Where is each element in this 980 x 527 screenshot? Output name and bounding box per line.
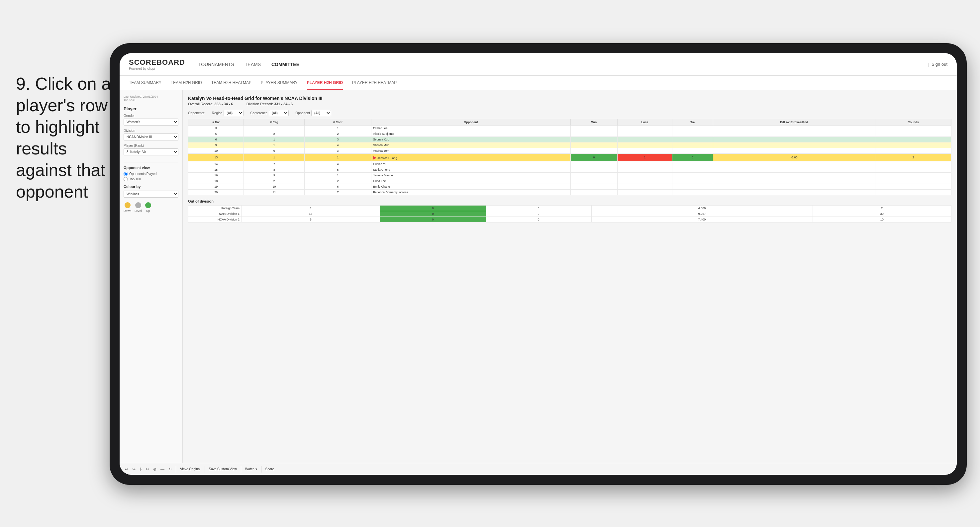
table-row[interactable]: 20117 Federica Domecq Lacroze	[188, 190, 951, 195]
col-win: Win	[570, 119, 617, 125]
dot-level	[135, 202, 141, 208]
content-records: Overall Record: 353 - 34 - 6 Division Re…	[188, 102, 951, 106]
table-row[interactable]: 1691 Jessica Mason	[188, 173, 951, 178]
instruction-text: 9. Click on a player's row to highlight …	[16, 73, 112, 203]
sidebar-gender-select[interactable]: Women's	[124, 119, 178, 125]
table-row[interactable]: 613 Sydney Kuo	[188, 137, 951, 143]
nav-items: TOURNAMENTS TEAMS COMMITTEE	[198, 60, 928, 68]
main-content: Last Updated: 27/03/2024 16:55:38 Player…	[119, 90, 957, 463]
table-row[interactable]: 1822 Euna Lee	[188, 178, 951, 184]
sidebar-colour-by-title: Colour by	[124, 185, 178, 189]
sidebar-gender-label: Gender	[124, 114, 178, 117]
col-reg: # Reg	[244, 119, 305, 125]
sign-out-link[interactable]: Sign out	[932, 62, 947, 67]
sidebar-player-title: Player	[124, 106, 178, 111]
add-icon[interactable]: ⊕	[153, 467, 156, 471]
sidebar-player-rank-label: Player (Rank)	[124, 144, 178, 148]
table-row[interactable]: 1474 Eunice Yi	[188, 161, 951, 167]
col-diff: Diff Av Strokes/Rnd	[713, 119, 875, 125]
top-nav: SCOREBOARD Powered by clippi TOURNAMENTS…	[119, 53, 957, 76]
table-row[interactable]: 1063 Andrea York	[188, 148, 951, 154]
col-tie: Tie	[672, 119, 713, 125]
sub-nav: TEAM SUMMARY TEAM H2H GRID TEAM H2H HEAT…	[119, 76, 957, 90]
table-row-jessica-huang[interactable]: 1311 ▶ Jessica Huang 0 1 0 -3.00 2	[188, 154, 951, 161]
subnav-team-h2h-grid[interactable]: TEAM H2H GRID	[171, 76, 202, 90]
view-original-btn[interactable]: View: Original	[180, 467, 200, 471]
h2h-table: # Div # Reg # Conf Opponent Win Loss Tie…	[188, 119, 951, 195]
table-row[interactable]: NAIA Division 1 15 0 0 9.267 30	[188, 211, 951, 217]
subnav-player-summary[interactable]: PLAYER SUMMARY	[261, 76, 298, 90]
table-row[interactable]: 1585 Stella Cheng	[188, 167, 951, 173]
tablet-screen: SCOREBOARD Powered by clippi TOURNAMENTS…	[119, 53, 957, 475]
sidebar-player-rank-select[interactable]: 8. Katelyn Vo	[124, 148, 178, 156]
sidebar-division-label: Division	[124, 129, 178, 132]
filter-region-select[interactable]: (All)	[224, 110, 243, 116]
logo-sub: Powered by clippi	[129, 67, 185, 70]
col-opponent: Opponent	[371, 119, 570, 125]
table-row[interactable]: NCAA Division 2 5 0 0 7.400 10	[188, 217, 951, 222]
content-title: Katelyn Vo Head-to-Head Grid for Women's…	[188, 96, 951, 101]
sidebar-division-select[interactable]: NCAA Division III	[124, 133, 178, 140]
undo-icon[interactable]: ↩	[125, 467, 128, 471]
nav-teams[interactable]: TEAMS	[245, 60, 261, 68]
save-custom-view-btn[interactable]: Save Custom View	[209, 467, 237, 471]
dot-down	[124, 202, 130, 208]
scissors-icon[interactable]: ✂	[146, 467, 149, 471]
sidebar-colour-by-select[interactable]: Win/loss	[124, 190, 178, 198]
filter-region: Region (All)	[212, 110, 244, 116]
redo-icon[interactable]: ↪	[132, 467, 135, 471]
forward-icon[interactable]: ⟫	[140, 467, 142, 471]
table-row[interactable]: 31 Esther Lee	[188, 125, 951, 131]
content-area: Katelyn Vo Head-to-Head Grid for Women's…	[183, 90, 957, 463]
table-row[interactable]: 914 Sharon Mun	[188, 143, 951, 148]
share-btn[interactable]: Share	[266, 467, 274, 471]
sidebar: Last Updated: 27/03/2024 16:55:38 Player…	[119, 90, 183, 463]
dot-up-label: Up	[146, 209, 150, 213]
filter-conference: Conference (All)	[250, 110, 289, 116]
table-row[interactable]: 522 Alexis Sudjianto	[188, 131, 951, 137]
dot-down-label: Down	[124, 209, 131, 213]
refresh-icon[interactable]: ↻	[169, 467, 172, 471]
filter-conference-select[interactable]: (All)	[269, 110, 289, 116]
out-of-division-table: Foreign Team 1 0 0 4.500 2 NAIA Division…	[188, 205, 951, 222]
sidebar-timestamp: Last Updated: 27/03/2024 16:55:38	[124, 95, 178, 102]
dot-up	[145, 202, 151, 208]
sidebar-opponents-played-radio[interactable]: Opponents Played	[124, 172, 178, 176]
table-row[interactable]: Foreign Team 1 0 0 4.500 2	[188, 206, 951, 211]
tablet-frame: SCOREBOARD Powered by clippi TOURNAMENTS…	[110, 43, 967, 485]
subnav-team-h2h-heatmap[interactable]: TEAM H2H HEATMAP	[211, 76, 251, 90]
subnav-team-summary[interactable]: TEAM SUMMARY	[129, 76, 161, 90]
filters-row: Opponents: Region (All) Conference (All)	[188, 110, 951, 116]
sidebar-opponent-view-title: Opponent view	[124, 166, 178, 170]
nav-committee[interactable]: COMMITTEE	[271, 60, 299, 68]
col-rounds: Rounds	[875, 119, 951, 125]
table-row[interactable]: 19106 Emily Chang	[188, 184, 951, 190]
logo-area: SCOREBOARD Powered by clippi	[129, 58, 185, 70]
watch-btn[interactable]: Watch ▾	[245, 467, 257, 471]
out-of-division-title: Out of division	[188, 199, 951, 203]
dot-level-label: Level	[135, 209, 142, 213]
subnav-player-h2h-grid[interactable]: PLAYER H2H GRID	[307, 76, 343, 90]
bottom-toolbar: ↩ ↪ ⟫ ✂ ⊕ — ↻ View: Original Save Custom…	[119, 463, 957, 475]
filter-opponent: Opponent (All)	[295, 110, 331, 116]
subnav-player-h2h-heatmap[interactable]: PLAYER H2H HEATMAP	[352, 76, 397, 90]
cursor-arrow: ▶	[373, 155, 377, 160]
dash-icon[interactable]: —	[161, 467, 164, 471]
col-loss: Loss	[617, 119, 672, 125]
sidebar-top100-radio[interactable]: Top 100	[124, 177, 178, 181]
sidebar-colour-dots: Down Level Up	[124, 202, 178, 213]
col-div: # Div	[188, 119, 244, 125]
filter-opponent-select[interactable]: (All)	[311, 110, 331, 116]
logo: SCOREBOARD	[129, 58, 185, 67]
col-conf: # Conf	[305, 119, 371, 125]
nav-tournaments[interactable]: TOURNAMENTS	[198, 60, 234, 68]
